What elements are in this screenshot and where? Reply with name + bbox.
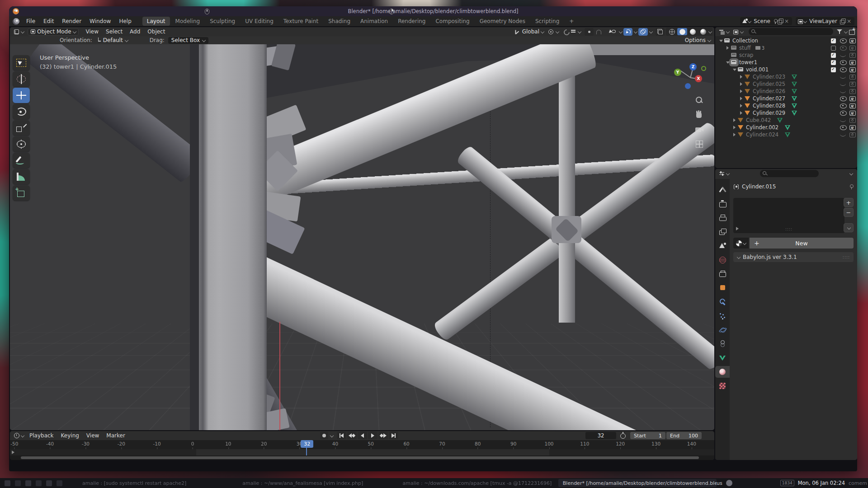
close-icon[interactable]: × bbox=[845, 18, 853, 24]
expand-arrow[interactable] bbox=[726, 60, 731, 65]
properties-tab[interactable] bbox=[715, 352, 730, 364]
launcher-icon[interactable] bbox=[5, 480, 10, 486]
exclude-checkbox[interactable] bbox=[831, 53, 836, 58]
close-icon[interactable]: × bbox=[783, 18, 790, 24]
auto-key-record-button[interactable] bbox=[320, 432, 328, 439]
workspace-tab[interactable]: UV Editing bbox=[241, 17, 278, 26]
menu-item[interactable]: Window bbox=[85, 16, 115, 26]
viewport-menu-item[interactable]: Add bbox=[126, 28, 144, 35]
search-input[interactable] bbox=[769, 171, 816, 176]
orientation-dropdown[interactable]: Default bbox=[92, 37, 132, 43]
panel-grip[interactable]: :::: bbox=[843, 255, 850, 259]
properties-tab[interactable] bbox=[715, 282, 730, 294]
outliner-row[interactable]: Cylinder.025 × bbox=[715, 80, 857, 88]
tray-app-icon[interactable] bbox=[726, 480, 732, 486]
hide-eye-toggle[interactable] bbox=[840, 132, 847, 137]
properties-tab[interactable] bbox=[715, 324, 730, 336]
display-mode-selector[interactable] bbox=[731, 29, 745, 35]
timeline-ruler[interactable]: -50-40-30-20-100102030405060708090100110… bbox=[10, 440, 714, 449]
shading-solid-button[interactable] bbox=[677, 28, 687, 35]
disable-render-toggle[interactable]: × bbox=[849, 96, 856, 101]
workspace-tab[interactable]: Rendering bbox=[393, 17, 430, 26]
hide-eye-toggle[interactable] bbox=[840, 38, 847, 43]
overlays-toggle[interactable] bbox=[638, 28, 648, 36]
viewport-menu-item[interactable]: View bbox=[82, 28, 102, 35]
clock[interactable]: Mon, 06 Jan 02:24 bbox=[798, 480, 845, 486]
editor-type-selector[interactable] bbox=[12, 29, 26, 35]
workspace-tab[interactable]: + bbox=[565, 17, 578, 26]
expand-arrow[interactable] bbox=[732, 67, 737, 72]
gizmo-minus-axis[interactable] bbox=[685, 83, 691, 89]
pivot-point-icon[interactable] bbox=[548, 29, 554, 35]
scrollbar-thumb[interactable] bbox=[21, 456, 699, 459]
properties-tab[interactable] bbox=[715, 226, 730, 238]
properties-search[interactable] bbox=[760, 170, 819, 177]
xray-toggle[interactable] bbox=[656, 28, 665, 36]
exclude-checkbox[interactable] bbox=[831, 67, 836, 72]
properties-tab[interactable] bbox=[715, 254, 730, 266]
scene-selector[interactable]: Scene × bbox=[740, 17, 792, 25]
visibility-dropdown[interactable] bbox=[608, 28, 618, 36]
editor-type-selector[interactable] bbox=[717, 171, 731, 177]
disable-render-toggle[interactable]: × bbox=[849, 117, 856, 123]
snap-settings-icon[interactable] bbox=[571, 29, 576, 34]
workspace-tab[interactable]: Shading bbox=[324, 17, 355, 26]
tool-button[interactable] bbox=[13, 136, 30, 152]
material-browse-dropdown[interactable] bbox=[733, 238, 749, 249]
hide-eye-toggle[interactable] bbox=[840, 89, 847, 94]
outliner-row[interactable]: Cylinder.027 × bbox=[715, 95, 857, 102]
shading-material-button[interactable] bbox=[688, 28, 698, 35]
pin-icon[interactable] bbox=[773, 19, 778, 24]
play-button[interactable] bbox=[368, 432, 377, 439]
timeline-menu-item[interactable]: Keying bbox=[57, 432, 83, 439]
expand-arrow[interactable] bbox=[739, 89, 744, 94]
editor-type-selector[interactable] bbox=[717, 29, 731, 35]
disable-render-toggle[interactable]: × bbox=[849, 38, 856, 43]
blender-menu-icon[interactable] bbox=[13, 18, 19, 25]
disable-render-toggle[interactable]: × bbox=[849, 125, 856, 130]
tool-button[interactable] bbox=[13, 88, 30, 103]
copy-icon[interactable] bbox=[778, 19, 783, 24]
hide-eye-toggle[interactable] bbox=[840, 96, 847, 101]
hide-eye-toggle[interactable] bbox=[840, 118, 847, 123]
perspective-toggle-icon[interactable] bbox=[694, 139, 704, 149]
workspace-tab[interactable]: Scripting bbox=[531, 17, 564, 26]
expand-arrow[interactable] bbox=[732, 118, 737, 122]
new-collection-button[interactable] bbox=[849, 29, 855, 34]
outliner-row[interactable]: Cylinder.002 × bbox=[715, 124, 857, 131]
mode-dropdown[interactable]: Object Mode bbox=[28, 28, 79, 36]
viewlayer-selector[interactable]: ViewLayer × bbox=[796, 17, 854, 25]
outliner-row[interactable]: Cylinder.028 × bbox=[715, 102, 857, 109]
timeline-menu-item[interactable]: View bbox=[83, 432, 103, 439]
menu-item[interactable]: File bbox=[22, 16, 39, 26]
hide-eye-toggle[interactable] bbox=[840, 60, 847, 65]
workspace-tab[interactable]: Animation bbox=[356, 17, 392, 26]
window-titlebar[interactable]: Blender* [/home/amalie/Desktop/blender/c… bbox=[9, 6, 857, 16]
outliner-row[interactable]: stuff 3 × bbox=[715, 44, 857, 52]
hide-eye-toggle[interactable] bbox=[840, 53, 847, 58]
exclude-checkbox[interactable] bbox=[831, 38, 836, 43]
exclude-checkbox[interactable] bbox=[831, 60, 836, 65]
workspace-tab[interactable]: Geometry Nodes bbox=[475, 17, 530, 26]
hide-eye-toggle[interactable] bbox=[840, 67, 847, 72]
launcher-icon[interactable] bbox=[36, 480, 42, 486]
launcher-icon[interactable] bbox=[25, 480, 31, 486]
outliner-search[interactable] bbox=[749, 28, 833, 35]
outliner-row[interactable]: Cylinder.026 × bbox=[715, 88, 857, 95]
disable-render-toggle[interactable]: × bbox=[849, 81, 856, 87]
exclude-checkbox[interactable] bbox=[831, 46, 836, 51]
properties-tab[interactable] bbox=[715, 184, 730, 196]
disable-render-toggle[interactable]: × bbox=[849, 52, 856, 58]
babylon-panel-header[interactable]: Babylon.js ver 3.3.1 :::: bbox=[733, 252, 854, 262]
gizmo-y-axis[interactable]: Y bbox=[674, 69, 681, 76]
timeline-track[interactable] bbox=[10, 449, 714, 455]
gizmo-z-axis[interactable]: Z bbox=[689, 63, 697, 70]
resize-grip[interactable]: :::: bbox=[785, 227, 793, 231]
jump-to-start-button[interactable] bbox=[337, 432, 346, 439]
launcher-icon[interactable] bbox=[46, 480, 52, 486]
viewport-menu-item[interactable]: Object bbox=[144, 28, 169, 35]
keyboard-layout[interactable]: us bbox=[717, 480, 722, 486]
gizmo-x-axis[interactable]: X bbox=[695, 75, 702, 82]
properties-tab[interactable] bbox=[715, 310, 730, 322]
current-frame-field[interactable]: 32 bbox=[585, 432, 616, 439]
